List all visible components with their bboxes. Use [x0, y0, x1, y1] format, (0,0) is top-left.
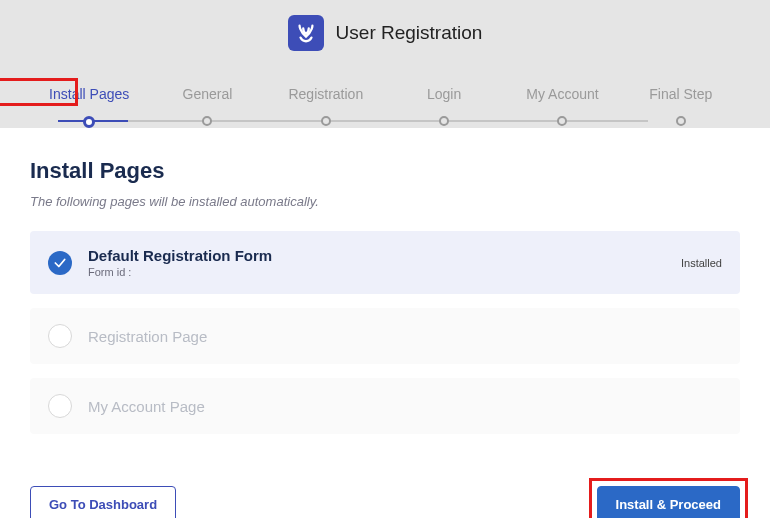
check-icon — [48, 394, 72, 418]
footer-actions: Go To Dashboard Install & Proceed — [0, 468, 770, 518]
check-icon — [48, 251, 72, 275]
step-label: Final Step — [649, 86, 712, 102]
step-label: Login — [427, 86, 461, 102]
step-dot-icon — [439, 116, 449, 126]
brand-title: User Registration — [336, 22, 483, 44]
step-label: General — [183, 86, 233, 102]
install-item-default-form: Default Registration Form Form id : Inst… — [30, 231, 740, 294]
annotation-highlight — [0, 78, 78, 106]
step-dot-icon — [202, 116, 212, 126]
install-item-title: Default Registration Form — [88, 247, 681, 264]
check-icon — [48, 324, 72, 348]
step-dot-icon — [321, 116, 331, 126]
brand-logo-icon — [288, 15, 324, 51]
brand: User Registration — [0, 15, 770, 51]
install-item-my-account-page: My Account Page — [30, 378, 740, 434]
step-dot-icon — [557, 116, 567, 126]
install-item-title: Registration Page — [88, 328, 722, 345]
step-label: My Account — [526, 86, 598, 102]
install-item-subtitle: Form id : — [88, 266, 681, 278]
install-item-status: Installed — [681, 257, 722, 269]
step-dot-icon — [83, 116, 95, 128]
step-label: Registration — [288, 86, 363, 102]
page-title: Install Pages — [30, 158, 740, 184]
go-to-dashboard-button[interactable]: Go To Dashboard — [30, 486, 176, 518]
install-item-registration-page: Registration Page — [30, 308, 740, 364]
content-area: Install Pages The following pages will b… — [0, 128, 770, 468]
install-item-title: My Account Page — [88, 398, 722, 415]
page-subtitle: The following pages will be installed au… — [30, 194, 740, 209]
step-dot-icon — [676, 116, 686, 126]
wizard-stepper: Install Pages General Registration Login… — [0, 86, 770, 128]
annotation-highlight — [589, 478, 748, 518]
